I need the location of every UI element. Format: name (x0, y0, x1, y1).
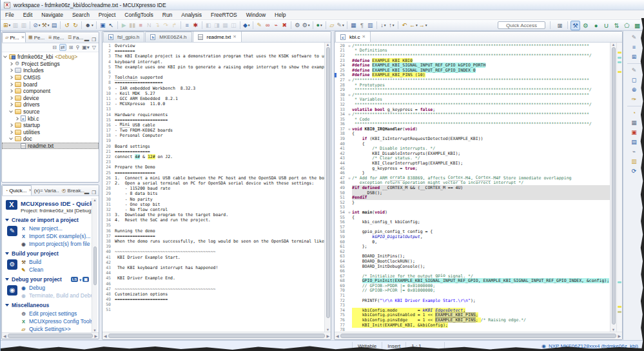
view-menu-icon[interactable]: ▽ (92, 45, 96, 50)
minimized-image-view-icon[interactable]: ▣ (629, 128, 639, 137)
open-directory-icon[interactable]: ▱ (328, 21, 337, 30)
quickstart-vertical-scrollbar[interactable]: ▲▼ (92, 198, 97, 332)
collapsed-chevron-icon[interactable] (9, 130, 13, 134)
expand-all-icon[interactable]: ⊞ (69, 45, 73, 50)
skip-all-breakpoints-icon[interactable]: ⊘▾ (32, 21, 41, 30)
terminate-icon[interactable]: ■ (137, 21, 145, 30)
settings-icon[interactable]: ⚙ (293, 21, 302, 30)
link-probe-icon[interactable]: ∞ (264, 21, 272, 30)
menu-file[interactable]: File (1, 12, 19, 18)
tree-item-drivers[interactable]: drivers (2, 101, 99, 108)
quickstart-tab-break[interactable]: ⦿Break... (59, 185, 84, 196)
mark-occurrences-icon[interactable]: ▦ (349, 21, 358, 30)
minimized-terminal-view-icon[interactable]: ⌁ (629, 147, 639, 156)
menu-configtools[interactable]: ConfigTools (120, 12, 157, 18)
ruler-annotation-mark[interactable] (618, 71, 621, 73)
profile-tool-icon[interactable]: ✱ (191, 21, 200, 30)
new-console-icon[interactable]: ▤ (50, 21, 58, 30)
kbi-vertical-scrollbar[interactable]: ▲▼ (610, 43, 616, 332)
close-tab-icon[interactable]: ✕ (233, 34, 236, 39)
new-wizard-icon[interactable]: ⊞▾ (3, 21, 11, 30)
tree-item-source[interactable]: source (2, 108, 99, 115)
launch-config-icon[interactable]: ▣ (99, 21, 107, 30)
trace-stop-icon[interactable]: ◨ (213, 21, 221, 30)
clean-up-icon[interactable]: ✎ (255, 21, 264, 30)
collapsed-chevron-icon[interactable] (9, 83, 13, 86)
action-import-project-s-from-file-system-[interactable]: ◉Import project(s) from file system... (21, 241, 92, 247)
minimized-history-view-icon[interactable]: ◔ (629, 108, 639, 117)
ruler-annotation-mark[interactable] (618, 311, 621, 313)
action-clean[interactable]: ✎Clean (21, 266, 43, 273)
collapsed-chevron-icon[interactable] (15, 117, 19, 121)
working-set-icon[interactable]: ▣▾ (82, 45, 90, 50)
last-edit-location-icon[interactable]: ↶ (400, 21, 409, 30)
ruler-annotation-mark[interactable] (618, 52, 621, 54)
action-terminate-build-and-debug[interactable]: ◉Terminate, Build and Debug (21, 292, 92, 299)
tree-item-cmsis[interactable]: CMSIS (2, 74, 99, 81)
probe-config-icon[interactable]: ▣ (83, 277, 89, 282)
action-mcuxpresso-config-tools-[interactable]: XMCUXpresso Config Tools>> (21, 318, 92, 325)
collapsed-chevron-icon[interactable] (9, 75, 13, 79)
trace-save-icon[interactable]: ▦ (221, 21, 229, 30)
previous-annotation-icon[interactable]: ↑▾ (387, 21, 396, 30)
fold-minus-icon[interactable]: ⊖ (347, 112, 352, 116)
collapsed-chevron-icon[interactable] (9, 103, 13, 107)
readme-editor-area[interactable]: 1Overview2========3The KBI Example proje… (102, 43, 324, 332)
close-tab-icon[interactable]: ✕ (21, 35, 24, 40)
badge-dropdown-icon[interactable]: ▾ (79, 277, 81, 282)
explorer-tab-pr[interactable]: ▱Pr...✕ (2, 32, 26, 43)
block-selection-icon[interactable]: ▥ (366, 21, 375, 30)
installed-sdks-icon[interactable]: ◆▾ (242, 21, 251, 30)
expanded-chevron-icon[interactable] (3, 54, 7, 58)
action-build[interactable]: ⚒Build (21, 259, 43, 265)
step-into-icon[interactable]: ↴ (153, 21, 162, 30)
fold-minus-icon[interactable]: ⊖ (347, 93, 352, 97)
menu-edit[interactable]: Edit (19, 12, 37, 18)
tree-item-device[interactable]: device (2, 95, 99, 102)
editor-tab-kbi-c[interactable]: ckbi.c✕ (335, 31, 371, 42)
kbi-horizontal-scrollbar[interactable]: ◀▶ (335, 332, 622, 339)
explorer-minimize-icon[interactable]: ▬ (84, 37, 90, 43)
suspend-icon[interactable]: ▮▮ (128, 21, 137, 30)
action-debug[interactable]: ◉Debug (21, 285, 92, 291)
section-build-your-project[interactable]: Build your project (5, 250, 92, 257)
fold-minus-icon[interactable]: ⊖ (347, 176, 352, 180)
fold-minus-icon[interactable]: ⊖ (347, 78, 352, 82)
collapsed-chevron-icon[interactable] (9, 123, 13, 127)
fold-minus-icon[interactable]: ⊖ (347, 210, 352, 214)
perspective-pins-icon[interactable]: ⇅ (612, 21, 621, 30)
perspective-peripherals-icon[interactable]: U (601, 21, 611, 30)
ruler-annotation-mark[interactable] (618, 306, 621, 308)
collapsed-chevron-icon[interactable] (9, 89, 13, 93)
ruler-annotation-mark[interactable] (618, 61, 621, 63)
minimized-outline-view-icon[interactable]: ≡ (629, 43, 639, 52)
explorer-maximize-icon[interactable]: ❐ (92, 37, 96, 43)
menu-navigate[interactable]: Navigate (37, 12, 68, 18)
save-all-icon[interactable]: ▥ (19, 21, 28, 30)
readme-horizontal-scrollbar[interactable]: ◀▶ (102, 332, 331, 339)
kbi-editor-area[interactable]: 20⊖/************************************… (335, 43, 610, 332)
quickstart-tab-xvaria[interactable]: (x)= Varia... (32, 185, 59, 196)
run-external-icon[interactable]: ●▾ (315, 21, 324, 30)
editor-tab-readme-txt[interactable]: readme.txt✕ (193, 31, 242, 42)
tree-item-doc[interactable]: doc (2, 135, 99, 143)
minimized-edit-view-icon[interactable]: ✎ (629, 66, 639, 75)
linkserver-badge[interactable]: LS (71, 277, 79, 282)
section-create-or-import-a-project[interactable]: Create or import a project (5, 217, 92, 223)
action-new-project-[interactable]: XNew project... (21, 225, 92, 232)
quickstart-minimize-icon[interactable]: ▬ (84, 190, 90, 196)
settings-more-icon[interactable]: ⚙▾ (302, 21, 311, 30)
perspective-settings-icon[interactable]: ⚙ (581, 21, 590, 30)
fold-minus-icon[interactable]: ⊖ (347, 127, 352, 131)
next-annotation-icon[interactable]: ↓▾ (379, 21, 387, 30)
tree-item-kbi-c[interactable]: ckbi.c (2, 115, 99, 122)
erase-flash-icon[interactable]: ✖ (280, 21, 289, 30)
minimized-docs-view-icon[interactable]: ▥ (629, 157, 639, 166)
minimized-memory-view-icon[interactable]: ◻ (629, 75, 639, 85)
tree-item-board[interactable]: board (2, 81, 99, 88)
action-edit-project-settings[interactable]: ⚙Edit project settings (21, 310, 92, 317)
menu-window[interactable]: Window (242, 12, 270, 18)
section-debug-your-project[interactable]: Debug your projectLS▾▣ (5, 276, 92, 283)
close-tab-icon[interactable]: ✕ (362, 34, 365, 39)
redo-icon[interactable]: ↻ (71, 21, 79, 30)
